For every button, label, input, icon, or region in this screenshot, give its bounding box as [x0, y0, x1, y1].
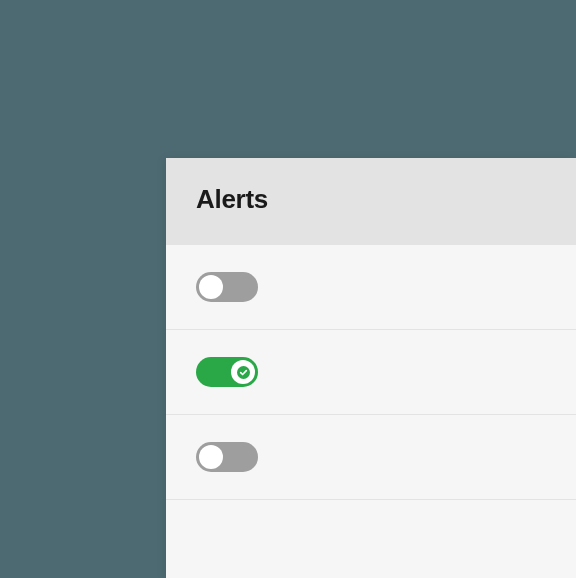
page-title: Alerts	[196, 184, 546, 215]
alerts-header: Alerts	[166, 158, 576, 245]
check-circle-icon	[237, 366, 250, 379]
alert-row	[166, 500, 576, 554]
alert-row	[166, 415, 576, 500]
toggle-knob	[199, 445, 223, 469]
toggle-knob	[231, 360, 255, 384]
alerts-panel: Alerts	[166, 158, 576, 578]
alert-toggle-3[interactable]	[196, 442, 258, 472]
alert-toggle-2[interactable]	[196, 357, 258, 387]
alert-row	[166, 330, 576, 415]
toggle-knob	[199, 275, 223, 299]
alert-toggle-1[interactable]	[196, 272, 258, 302]
alert-row	[166, 245, 576, 330]
